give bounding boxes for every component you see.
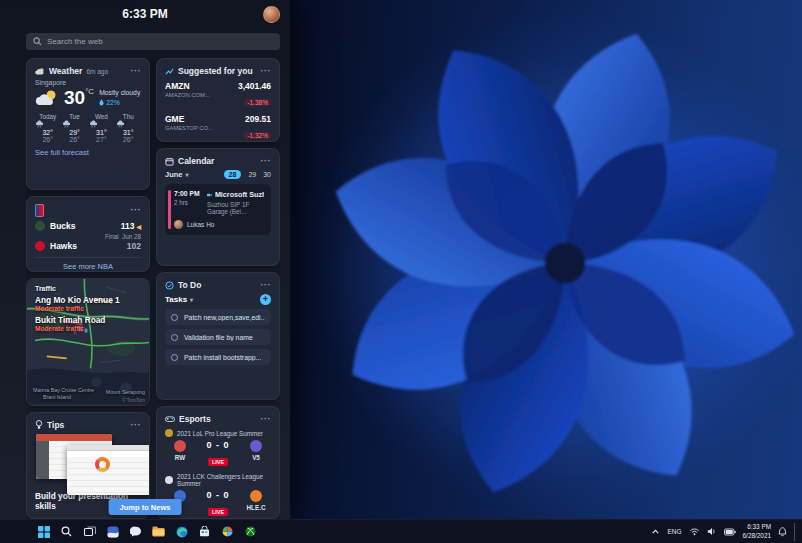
task-list-selector[interactable]: Tasks▾ (165, 295, 193, 304)
traffic-road-name: Ang Mo Kio Avenue 1 (35, 295, 141, 305)
map-attribution: © TomTom (122, 398, 145, 403)
team-name: Bucks (50, 221, 76, 231)
lpl-league-icon (165, 429, 173, 437)
jump-to-news-button[interactable]: Jump to News (109, 499, 182, 515)
search-icon (33, 37, 42, 46)
weather-title: Weather (49, 66, 82, 76)
web-search-bar[interactable] (26, 33, 280, 50)
nba-team-row[interactable]: Hawks 102 (35, 241, 141, 251)
photos-icon[interactable] (218, 522, 237, 541)
nba-widget[interactable]: ··· Bucks 113◀ Final Jun 28 Haw (26, 196, 150, 272)
widgets-button[interactable] (103, 522, 122, 541)
weather-location: Singapore (35, 79, 141, 86)
day-30[interactable]: 30 (263, 171, 271, 178)
edge-browser-icon[interactable] (172, 522, 191, 541)
weather-menu-button[interactable]: ··· (131, 67, 142, 76)
match-team: V5 (241, 440, 271, 461)
start-button[interactable] (34, 522, 53, 541)
bloom-flower-graphic (300, 0, 802, 538)
stocks-title: Suggested for you (178, 66, 253, 76)
widgets-grid: Weather 6m ago ··· Singapore 30°C (26, 58, 280, 519)
weather-icon (35, 67, 45, 76)
todo-menu-button[interactable]: ··· (261, 281, 272, 290)
taskbar-clock[interactable]: 6:33 PM 6/28/2021 (743, 523, 771, 540)
stocks-widget[interactable]: Suggested for you ··· AMZN AMAZON.COM...… (156, 58, 280, 142)
traffic-title: Traffic (35, 285, 141, 292)
stock-price: 3,401.46 (238, 81, 271, 91)
forecast-day[interactable]: Wed 31° 27° (89, 113, 114, 143)
file-explorer-icon[interactable] (149, 522, 168, 541)
task-view-icon[interactable] (80, 522, 99, 541)
league-name: 2021 LCK Challengers League Summer (177, 473, 271, 487)
tray-time: 6:33 PM (743, 523, 771, 531)
nba-menu-button[interactable]: ··· (131, 206, 142, 215)
day-29[interactable]: 29 (248, 171, 256, 178)
esports-menu-button[interactable]: ··· (261, 415, 272, 424)
esports-title: Esports (179, 414, 211, 424)
xbox-icon[interactable] (241, 522, 260, 541)
rain-icon (62, 120, 72, 128)
task-complete-radio[interactable] (171, 334, 178, 341)
see-full-forecast-link[interactable]: See full forecast (35, 148, 141, 157)
live-badge: LIVE (208, 458, 228, 466)
esports-match[interactable]: 2021 LoL Pro League Summer RW 0 - 0 LIVE (165, 429, 271, 468)
video-call-icon (207, 192, 212, 198)
event-title: Microsoft Suzhou Toa... (207, 190, 264, 199)
notification-bell-icon[interactable] (778, 527, 787, 537)
stock-symbol: AMZN (165, 81, 210, 91)
bucks-logo-icon (35, 221, 45, 231)
language-indicator[interactable]: ENG (667, 528, 681, 535)
forecast-day[interactable]: Tue 29° 26° (62, 113, 87, 143)
event-time-block: 7:00 PM 2 hrs (174, 190, 201, 215)
tray-overflow-chevron-icon[interactable] (651, 528, 660, 535)
stock-symbol: GME (165, 114, 213, 124)
chat-icon[interactable] (126, 522, 145, 541)
match-team: HLE.C (241, 490, 271, 511)
todo-widget[interactable]: To Do ··· Tasks▾ + Patch new,open,save,e… (156, 272, 280, 400)
calendar-title: Calendar (178, 156, 214, 166)
volume-icon[interactable] (707, 527, 717, 536)
stock-row[interactable]: GME GAMESTOP CO... 209.51 -1.32% (165, 114, 271, 142)
calendar-event[interactable]: 7:00 PM 2 hrs Microsoft Suzhou Toa... (165, 184, 271, 235)
forecast-day[interactable]: Today 32° 26° (35, 113, 60, 143)
esports-icon (165, 415, 175, 423)
system-tray: ENG 6:33 PM 6/28/2021 (651, 523, 802, 541)
weather-widget[interactable]: Weather 6m ago ··· Singapore 30°C (26, 58, 150, 190)
wifi-icon[interactable] (689, 527, 700, 536)
stocks-menu-button[interactable]: ··· (261, 67, 272, 76)
add-task-button[interactable]: + (260, 294, 271, 305)
store-icon[interactable] (195, 522, 214, 541)
task-item[interactable]: Patch new,open,save,edi... (165, 309, 271, 325)
show-desktop-button[interactable] (794, 523, 797, 541)
calendar-widget[interactable]: Calendar ··· June▾ 28 29 30 (156, 148, 280, 266)
task-complete-radio[interactable] (171, 314, 178, 321)
forecast-day[interactable]: Thu 31° 26° (116, 113, 141, 143)
todo-title: To Do (178, 280, 201, 290)
profile-avatar[interactable] (263, 6, 280, 23)
match-score: 0 - 0 (195, 440, 241, 450)
tip-screenshot[interactable] (67, 445, 150, 495)
todo-check-icon (165, 281, 174, 290)
task-item[interactable]: Validation file by name (165, 329, 271, 345)
search-input[interactable] (47, 37, 273, 46)
current-temperature: 30°C (64, 88, 94, 107)
calendar-menu-button[interactable]: ··· (261, 157, 272, 166)
task-complete-radio[interactable] (171, 354, 178, 361)
month-selector[interactable]: June▾ (165, 170, 189, 179)
event-location: Suzhou SIP 1F Garage (Bei... (207, 201, 264, 215)
battery-icon[interactable] (724, 528, 736, 536)
traffic-widget[interactable]: Traffic Ang Mo Kio Avenue 1 Moderate tra… (26, 278, 150, 406)
traffic-info: Traffic Ang Mo Kio Avenue 1 Moderate tra… (27, 279, 149, 338)
day-28-selected[interactable]: 28 (224, 170, 242, 179)
tips-screenshots (35, 434, 141, 487)
task-item[interactable]: Patch install bootstrapp... (165, 349, 271, 365)
stock-row[interactable]: AMZN AMAZON.COM... 3,401.46 -1.38% (165, 81, 271, 109)
nba-team-row[interactable]: Bucks 113◀ (35, 221, 141, 231)
taskbar-search-icon[interactable] (57, 522, 76, 541)
team-score: 102 (127, 241, 141, 251)
team-score: 113◀ (121, 221, 141, 231)
lck-league-icon (165, 476, 173, 484)
see-more-nba-link[interactable]: See more NBA (35, 257, 141, 271)
attendee-name: Lukas Ho (187, 221, 214, 228)
tips-menu-button[interactable]: ··· (131, 421, 142, 430)
